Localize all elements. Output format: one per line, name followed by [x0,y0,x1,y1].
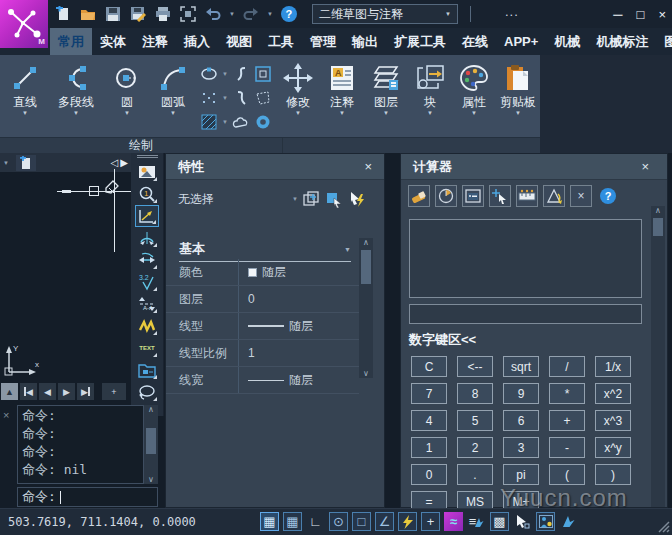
calculator-close-icon[interactable]: × [641,159,649,174]
key-multiply[interactable]: * [549,383,585,404]
tab-home[interactable]: 常用 [50,28,92,55]
lasso-select-icon[interactable] [135,381,159,403]
plot-preview-icon[interactable] [179,5,197,23]
object-snap-tracking-toggle-icon[interactable]: ∠ [375,512,394,531]
tab-insert[interactable]: 插入 [176,28,218,55]
key-clear[interactable]: C [411,356,447,377]
circle-button[interactable]: 圆 ▼ [104,55,150,137]
maximize-button[interactable]: □ [637,7,645,22]
draw-panel-label[interactable]: 绘制 [0,138,283,153]
tab-mech-dimension[interactable]: 机械标注 [588,28,656,55]
arc-dropdown-icon[interactable]: ▼ [170,110,176,116]
workspace-dropdown[interactable]: 二维草图与注释 ▼ [312,4,458,24]
first-tab-button[interactable]: ◀ [20,383,37,400]
save-icon[interactable] [104,5,122,23]
spline-fit-icon[interactable] [232,89,250,107]
selection-cycling-icon[interactable] [513,512,532,531]
tab-view[interactable]: 视图 [218,28,260,55]
undo-icon[interactable] [204,5,222,23]
tab-express-tools[interactable]: 扩展工具 [386,28,454,55]
key-add[interactable]: + [549,410,585,431]
transparency-toggle-icon[interactable]: ▩ [490,512,509,531]
toolbar-grip[interactable] [137,155,158,158]
minimize-button[interactable]: ─ [613,7,622,22]
property-row-linetype[interactable]: 线型 随层 [166,313,359,340]
key-2[interactable]: 2 [457,437,493,458]
key-reciprocal[interactable]: 1/x [595,356,631,377]
command-history[interactable]: 命令: 命令: 命令: 命令: nil [17,405,144,484]
properties-title-bar[interactable]: 特性 × [166,154,384,180]
calculator-title-bar[interactable]: 计算器 × [401,154,667,180]
key-pi[interactable]: pi [503,464,539,485]
app-logo[interactable]: M [0,0,48,48]
key-sqrt[interactable]: sqrt [503,356,539,377]
key-power[interactable]: x^y [595,437,631,458]
new-file-icon[interactable] [54,5,72,23]
key-6[interactable]: 6 [503,410,539,431]
polar-tracking-toggle-icon[interactable]: ⊙ [329,512,348,531]
line-dropdown-icon[interactable]: ▼ [22,110,28,116]
doctab-scroll-left-icon[interactable]: ◁ [111,157,119,168]
annotation-monitor-icon[interactable] [559,512,578,531]
key-square[interactable]: x^2 [595,383,631,404]
quick-select-icon[interactable] [301,189,321,209]
section-view-icon[interactable]: A-A [135,293,159,315]
scroll-up-icon[interactable]: ∧ [363,238,369,247]
center-mark-icon[interactable] [135,227,159,249]
zoom-detail-icon[interactable]: 1 [135,183,159,205]
tab-mechanical[interactable]: 机械 [546,28,588,55]
lineweight-toggle-icon[interactable]: + [421,512,440,531]
key-decimal[interactable]: . [457,464,493,485]
key-0[interactable]: 0 [411,464,447,485]
key-8[interactable]: 8 [457,383,493,404]
scroll-down-icon[interactable]: ∨ [148,475,154,484]
ellipse-icon[interactable] [200,65,218,83]
block-library-icon[interactable] [135,359,159,381]
ortho-toggle-icon[interactable]: ∟ [306,512,325,531]
key-5[interactable]: 5 [457,410,493,431]
scroll-thumb[interactable] [146,428,156,454]
calc-units-icon[interactable] [435,185,457,207]
command-input[interactable]: 命令: [17,487,158,507]
arc-button[interactable]: 圆弧 ▼ [150,55,196,137]
surface-roughness-icon[interactable]: 3.2 [135,271,159,293]
point-icon[interactable] [200,89,218,107]
key-backspace[interactable]: <-- [457,356,493,377]
next-tab-button[interactable]: ▶ [58,383,75,400]
command-scrollbar[interactable]: ∧ ∨ [144,405,158,484]
help-icon[interactable]: ? [280,5,298,23]
revision-cloud-icon[interactable] [232,113,250,131]
snap-toggle-icon[interactable]: ▦ [260,512,279,531]
calc-measure-distance-icon[interactable] [516,185,538,207]
calc-clear-icon[interactable]: × [570,185,592,207]
grid-toggle-icon[interactable]: ▦ [283,512,302,531]
modify-panel-button[interactable]: 修改 ▼ [276,55,320,137]
layout-menu-button[interactable]: ▲ [1,383,18,400]
calculator-input-field[interactable] [409,304,642,324]
hatch-dropdown-icon[interactable]: ▼ [222,119,228,125]
redo-dropdown-icon[interactable]: ▼ [267,11,273,17]
save-as-icon[interactable] [129,5,147,23]
calc-paste-icon[interactable] [462,185,484,207]
block-panel-button[interactable]: 块 ▼ [408,55,452,137]
property-row-linetype-scale[interactable]: 线型比例 1 [166,340,359,367]
workspace-switch-icon[interactable] [536,512,555,531]
print-icon[interactable] [154,5,172,23]
clipboard-panel-button[interactable]: 剪贴板 ▼ [496,55,540,137]
selection-filter-dropdown[interactable]: 无选择 [178,191,214,208]
point-dropdown-icon[interactable]: ▼ [222,95,228,101]
model-space-icon[interactable]: ≡ [467,512,486,531]
last-tab-button[interactable]: ▶ [77,383,94,400]
doctab-menu-icon[interactable]: ▼ [3,160,9,166]
calculator-history-display[interactable] [409,219,642,298]
properties-panel-button[interactable]: 属性 ▼ [452,55,496,137]
layers-panel-button[interactable]: 图层 ▼ [364,55,408,137]
redo-icon[interactable] [242,5,260,23]
ellipse-dropdown-icon[interactable]: ▼ [222,71,228,77]
scroll-thumb[interactable] [361,250,371,284]
tab-online[interactable]: 在线 [454,28,496,55]
key-1[interactable]: 1 [411,437,447,458]
donut-icon[interactable] [254,113,272,131]
new-layout-button[interactable]: + [102,383,126,400]
resize-grip[interactable] [656,519,670,533]
